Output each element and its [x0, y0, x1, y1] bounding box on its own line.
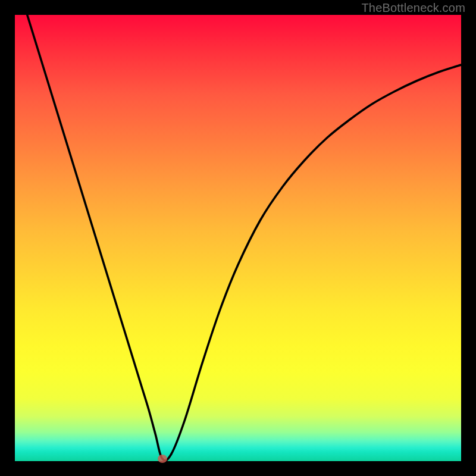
minimum-marker — [158, 455, 167, 463]
plot-area — [15, 15, 461, 461]
bottleneck-curve — [15, 15, 461, 461]
watermark-text: TheBottleneck.com — [361, 1, 465, 15]
chart-frame: TheBottleneck.com — [0, 0, 476, 476]
